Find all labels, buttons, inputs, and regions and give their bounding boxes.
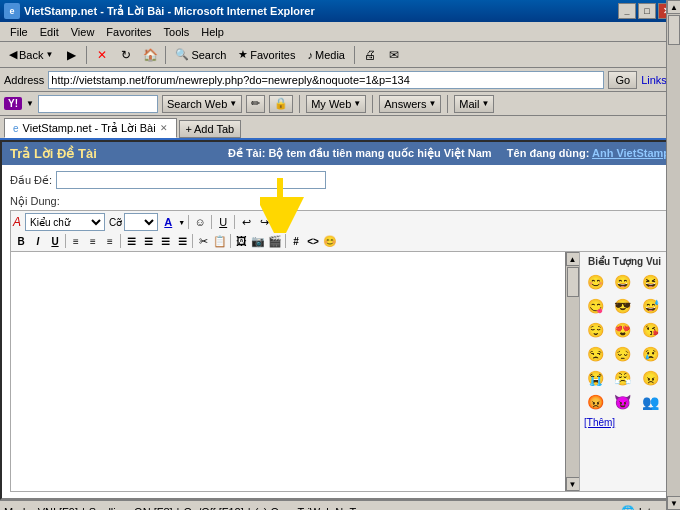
email-button[interactable]: ✉ xyxy=(383,44,405,66)
yahoo-pencil-button[interactable]: ✏ xyxy=(246,95,265,113)
image-btn[interactable]: 🖼 xyxy=(233,233,249,249)
maximize-button[interactable]: □ xyxy=(638,3,656,19)
media-button[interactable]: ♪ Media xyxy=(303,44,350,66)
yahoo-logo[interactable]: Y! xyxy=(4,97,22,110)
emoji-panel-title: Biểu Tượng Vui xyxy=(584,256,665,267)
add-tab-button[interactable]: + Add Tab xyxy=(179,120,242,138)
refresh-button[interactable]: ↻ xyxy=(115,44,137,66)
font-color-button[interactable]: A xyxy=(160,214,176,230)
main-scroll-down[interactable]: ▼ xyxy=(667,496,680,500)
indent-btn[interactable]: ☰ xyxy=(157,233,173,249)
emoji-15[interactable]: 😠 xyxy=(639,367,661,389)
smiley-button[interactable]: ☺ xyxy=(192,214,208,230)
yahoo-separator xyxy=(299,95,300,113)
username-link[interactable]: Anh VietStamp xyxy=(592,147,670,159)
search-button[interactable]: 🔍 Search xyxy=(170,44,231,66)
align-right-btn[interactable]: ≡ xyxy=(102,233,118,249)
italic-button[interactable]: I xyxy=(30,233,46,249)
yahoo-dropdown-icon[interactable]: ▼ xyxy=(26,99,34,108)
tab-icon: e xyxy=(13,123,19,134)
ordered-list-btn[interactable]: ☰ xyxy=(140,233,156,249)
favorites-button[interactable]: ★ Favorites xyxy=(233,44,300,66)
add-tab-label: Add Tab xyxy=(194,123,234,135)
redo-button[interactable]: ↪ xyxy=(256,214,272,230)
emoji-4[interactable]: 😋 xyxy=(584,295,606,317)
scroll-down-arrow[interactable]: ▼ xyxy=(566,477,580,491)
emoji-1[interactable]: 😊 xyxy=(584,271,606,293)
undo-button[interactable]: ↩ xyxy=(238,214,254,230)
list-btn[interactable]: ☰ xyxy=(123,233,139,249)
font-style-select[interactable]: Kiểu chữ xyxy=(25,213,105,231)
tab-label: VietStamp.net - Trả Lời Bài xyxy=(23,122,156,135)
underline-button[interactable]: U xyxy=(47,233,63,249)
status-copyright: (c) QuanTriWeb.NeT xyxy=(255,506,356,511)
print-button[interactable]: 🖨 xyxy=(359,44,381,66)
emoji-7[interactable]: 😌 xyxy=(584,319,606,341)
scroll-up-arrow[interactable]: ▲ xyxy=(566,252,580,266)
emoji-12[interactable]: 😢 xyxy=(639,343,661,365)
hash-btn[interactable]: # xyxy=(288,233,304,249)
menu-favorites[interactable]: Favorites xyxy=(100,24,157,40)
outdent-btn[interactable]: ☰ xyxy=(174,233,190,249)
stop-button[interactable]: ✕ xyxy=(91,44,113,66)
menu-edit[interactable]: Edit xyxy=(34,24,65,40)
tab-vietstamp[interactable]: e VietStamp.net - Trả Lời Bài ✕ xyxy=(4,118,177,138)
color-chevron-icon: ▼ xyxy=(178,219,185,226)
emoji-3[interactable]: 😆 xyxy=(639,271,661,293)
editor-toolbar: A Kiểu chữ Cỡ A ▼ ☺ U ↩ ↪ xyxy=(10,210,670,252)
emoticon-btn[interactable]: 😊 xyxy=(322,233,338,249)
code-btn[interactable]: <> xyxy=(305,233,321,249)
emoji-8[interactable]: 😍 xyxy=(612,319,634,341)
copy-btn[interactable]: 📋 xyxy=(212,233,228,249)
main-scrollbar[interactable]: ▲ ▼ xyxy=(666,140,680,500)
emoji-2[interactable]: 😄 xyxy=(612,271,634,293)
bold-button[interactable]: B xyxy=(13,233,29,249)
scroll-thumb[interactable] xyxy=(567,267,579,297)
emoji-14[interactable]: 😤 xyxy=(612,367,634,389)
underline-btn2[interactable]: U xyxy=(215,214,231,230)
emoji-11[interactable]: 😔 xyxy=(612,343,634,365)
font-style-icon: A xyxy=(13,215,21,229)
align-center-btn[interactable]: ≡ xyxy=(85,233,101,249)
align-left-btn[interactable]: ≡ xyxy=(68,233,84,249)
font-size-select[interactable] xyxy=(124,213,158,231)
cut-btn[interactable]: ✂ xyxy=(195,233,211,249)
emoji-6[interactable]: 😅 xyxy=(639,295,661,317)
main-toolbar: ◀ Back ▼ ▶ ✕ ↻ 🏠 🔍 Search ★ Favorites ♪ … xyxy=(0,42,680,68)
home-button[interactable]: 🏠 xyxy=(139,44,161,66)
forward-button[interactable]: ▶ xyxy=(60,44,82,66)
menu-help[interactable]: Help xyxy=(195,24,230,40)
dau-de-label: Đầu Đề: xyxy=(10,174,52,187)
yahoo-search-web-button[interactable]: Search Web ▼ xyxy=(162,95,242,113)
editor-toolbar-row2: B I U ≡ ≡ ≡ ☰ ☰ ☰ ☰ ✂ 📋 🖼 xyxy=(13,233,667,249)
emoji-5[interactable]: 😎 xyxy=(612,295,634,317)
address-input[interactable] xyxy=(48,71,604,89)
options-icon[interactable]: ⚙ xyxy=(274,214,290,230)
noi-dung-label: Nội Dung: xyxy=(10,195,670,208)
page-content-wrapper: Trả Lời Đề Tài Đề Tài: Bộ tem đầu tiên m… xyxy=(0,140,680,500)
link-btn[interactable]: 🎬 xyxy=(267,233,283,249)
emoji-9[interactable]: 😘 xyxy=(639,319,661,341)
emoji-10[interactable]: 😒 xyxy=(584,343,606,365)
yahoo-search-input[interactable] xyxy=(38,95,158,113)
menu-file[interactable]: File xyxy=(4,24,34,40)
yahoo-lock-button[interactable]: 🔒 xyxy=(269,95,293,113)
emoji-17[interactable]: 😈 xyxy=(612,391,634,413)
go-button[interactable]: Go xyxy=(608,71,637,89)
menu-view[interactable]: View xyxy=(65,24,101,40)
emoji-more-link[interactable]: [Thêm] xyxy=(584,417,665,428)
emoji-16[interactable]: 😡 xyxy=(584,391,606,413)
dau-de-input[interactable] xyxy=(56,171,326,189)
minimize-button[interactable]: _ xyxy=(618,3,636,19)
menu-tools[interactable]: Tools xyxy=(158,24,196,40)
editor-scrollbar[interactable]: ▲ ▼ xyxy=(565,252,579,491)
yahoo-answers-button[interactable]: Answers ▼ xyxy=(379,95,441,113)
editor-textarea[interactable] xyxy=(11,252,565,491)
media-btn[interactable]: 📷 xyxy=(250,233,266,249)
emoji-13[interactable]: 😭 xyxy=(584,367,606,389)
tab-close-icon[interactable]: ✕ xyxy=(160,123,168,133)
emoji-18[interactable]: 👥 xyxy=(639,391,661,413)
yahoo-mail-button[interactable]: Mail ▼ xyxy=(454,95,494,113)
back-button[interactable]: ◀ Back ▼ xyxy=(4,44,58,66)
yahoo-myweb-button[interactable]: My Web ▼ xyxy=(306,95,366,113)
